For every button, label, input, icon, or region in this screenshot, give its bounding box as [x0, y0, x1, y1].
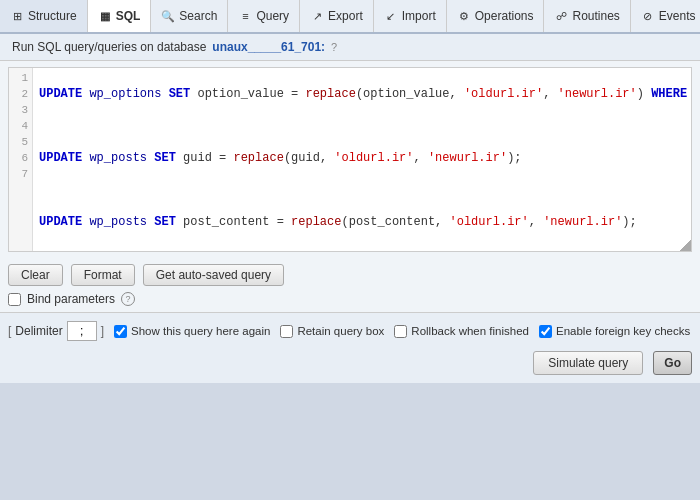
- tab-import[interactable]: ↙ Import: [374, 0, 447, 32]
- retain-query-label: Retain query box: [297, 325, 384, 337]
- show-query-option[interactable]: Show this query here again: [114, 325, 270, 338]
- rollback-checkbox[interactable]: [394, 325, 407, 338]
- db-header: Run SQL query/queries on database unaux_…: [0, 34, 700, 61]
- query-icon: ≡: [238, 9, 252, 23]
- tab-structure[interactable]: ⊞ Structure: [0, 0, 88, 32]
- btn-row: Clear Format Get auto-saved query: [0, 258, 700, 290]
- line-numbers: 1 2 3 4 5 6 7: [9, 68, 33, 251]
- show-query-label: Show this query here again: [131, 325, 270, 337]
- foreign-key-label: Enable foreign key checks: [556, 325, 690, 337]
- tabs-bar: ⊞ Structure ▦ SQL 🔍 Search ≡ Query ↗ Exp…: [0, 0, 700, 34]
- go-button[interactable]: Go: [653, 351, 692, 375]
- tab-query[interactable]: ≡ Query: [228, 0, 300, 32]
- import-icon: ↙: [384, 9, 398, 23]
- bind-help-icon[interactable]: ?: [121, 292, 135, 306]
- show-query-checkbox[interactable]: [114, 325, 127, 338]
- delimiter-label: Delimiter: [15, 324, 62, 338]
- tab-operations[interactable]: ⚙ Operations: [447, 0, 545, 32]
- tab-routines[interactable]: ☍ Routines: [544, 0, 630, 32]
- export-icon: ↗: [310, 9, 324, 23]
- tab-export[interactable]: ↗ Export: [300, 0, 374, 32]
- sql-editor-area: 1 2 3 4 5 6 7 UPDATE wp_options SET opti…: [8, 67, 692, 252]
- delimiter-input[interactable]: [67, 321, 97, 341]
- clear-button[interactable]: Clear: [8, 264, 63, 286]
- delimiter-bracket-close: ]: [101, 324, 104, 338]
- header-help-icon[interactable]: ?: [331, 41, 337, 53]
- retain-query-checkbox[interactable]: [280, 325, 293, 338]
- tab-sql[interactable]: ▦ SQL: [88, 0, 152, 34]
- structure-icon: ⊞: [10, 9, 24, 23]
- delimiter-group: [ Delimiter ]: [8, 321, 104, 341]
- foreign-key-option[interactable]: Enable foreign key checks: [539, 325, 690, 338]
- delimiter-bracket-open: [: [8, 324, 11, 338]
- retain-query-option[interactable]: Retain query box: [280, 325, 384, 338]
- code-area[interactable]: UPDATE wp_options SET option_value = rep…: [33, 68, 691, 251]
- search-icon: 🔍: [161, 9, 175, 23]
- simulate-button[interactable]: Simulate query: [533, 351, 643, 375]
- db-name: unaux_____61_701:: [212, 40, 325, 54]
- foreign-key-checkbox[interactable]: [539, 325, 552, 338]
- rollback-label: Rollback when finished: [411, 325, 529, 337]
- rollback-option[interactable]: Rollback when finished: [394, 325, 529, 338]
- main-content: Run SQL query/queries on database unaux_…: [0, 34, 700, 383]
- bind-row: Bind parameters ?: [0, 290, 700, 312]
- tab-search[interactable]: 🔍 Search: [151, 0, 228, 32]
- tab-events[interactable]: ⊘ Events: [631, 0, 700, 32]
- options-row: [ Delimiter ] Show this query here again…: [0, 312, 700, 383]
- format-button[interactable]: Format: [71, 264, 135, 286]
- operations-icon: ⚙: [457, 9, 471, 23]
- resize-handle[interactable]: [679, 239, 691, 251]
- bind-parameters-checkbox[interactable]: [8, 293, 21, 306]
- bind-label: Bind parameters: [27, 292, 115, 306]
- sql-icon: ▦: [98, 9, 112, 23]
- run-sql-label: Run SQL query/queries on database: [12, 40, 206, 54]
- routines-icon: ☍: [554, 9, 568, 23]
- auto-saved-button[interactable]: Get auto-saved query: [143, 264, 284, 286]
- events-icon: ⊘: [641, 9, 655, 23]
